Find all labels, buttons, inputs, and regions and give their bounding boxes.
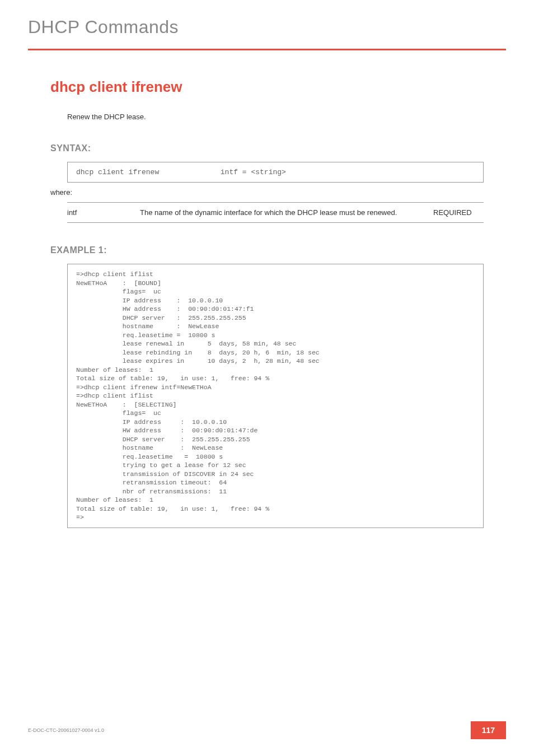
where-label: where:: [50, 188, 484, 197]
param-row: intf The name of the dynamic interface f…: [67, 208, 484, 217]
example-heading: EXAMPLE 1:: [50, 245, 484, 255]
example-code: =>dhcp client iflist NewETHoA : [BOUND] …: [67, 264, 484, 528]
example-section: EXAMPLE 1: =>dhcp client iflist NewETHoA…: [50, 245, 484, 528]
param-desc: The name of the dynamic interface for wh…: [140, 208, 433, 217]
content-area: dhcp client ifrenew Renew the DHCP lease…: [0, 78, 534, 528]
page-header: DHCP Commands: [0, 0, 534, 50]
syntax-command: dhcp client ifrenew: [76, 168, 216, 176]
command-description: Renew the DHCP lease.: [67, 113, 484, 121]
page-title: DHCP Commands: [28, 17, 506, 38]
command-title: dhcp client ifrenew: [50, 78, 484, 96]
footer-page-number: 117: [471, 721, 506, 739]
syntax-args: intf = <string>: [221, 168, 286, 176]
syntax-section: SYNTAX: dhcp client ifrenew intf = <stri…: [50, 143, 484, 223]
param-name: intf: [67, 208, 140, 217]
syntax-heading: SYNTAX:: [50, 143, 484, 153]
param-required: REQUIRED: [433, 208, 484, 217]
param-table: intf The name of the dynamic interface f…: [67, 202, 484, 223]
page-footer: E-DOC-CTC-20061027-0004 v1.0 117: [28, 721, 506, 739]
footer-doc-id: E-DOC-CTC-20061027-0004 v1.0: [28, 727, 104, 733]
syntax-box: dhcp client ifrenew intf = <string>: [67, 162, 484, 183]
header-rule: [28, 49, 506, 50]
